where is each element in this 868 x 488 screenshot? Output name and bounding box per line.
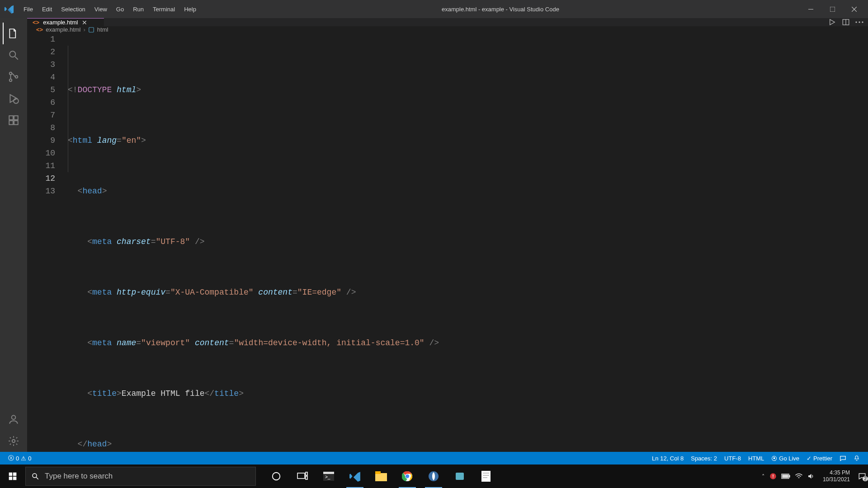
menu-terminal[interactable]: Terminal: [148, 3, 179, 15]
svg-rect-36: [481, 471, 491, 482]
run-debug-icon[interactable]: [3, 88, 24, 109]
svg-rect-26: [306, 476, 307, 479]
vscode-app-icon[interactable]: [342, 465, 368, 488]
svg-rect-38: [483, 475, 489, 476]
titlebar: File Edit Selection View Go Run Terminal…: [0, 0, 868, 18]
close-button[interactable]: [844, 2, 864, 16]
explorer-icon[interactable]: [3, 23, 24, 44]
svg-rect-0: [808, 9, 813, 9]
svg-rect-30: [375, 473, 387, 481]
error-icon: ⓧ: [8, 454, 14, 462]
maximize-button[interactable]: [822, 2, 843, 16]
line-number-gutter: 1234 5678 910111213: [27, 33, 68, 488]
svg-point-16: [862, 21, 863, 23]
code-content[interactable]: <!DOCTYPE html> <html lang="en"> <head> …: [68, 33, 868, 488]
breadcrumb-file[interactable]: example.html: [46, 26, 80, 33]
menu-run[interactable]: Run: [128, 3, 148, 15]
menu-file[interactable]: File: [19, 3, 38, 15]
menu-selection[interactable]: Selection: [57, 3, 90, 15]
search-icon[interactable]: [3, 44, 24, 66]
svg-rect-1: [830, 7, 835, 12]
svg-rect-37: [483, 473, 489, 474]
svg-rect-17: [89, 27, 94, 32]
vscode-logo-icon: [4, 4, 14, 14]
tab-label: example.html: [43, 19, 78, 26]
task-view-icon[interactable]: [289, 465, 316, 488]
error-count: 0: [16, 455, 19, 462]
svg-point-3: [9, 72, 12, 75]
svg-point-23: [273, 473, 280, 480]
warning-icon: ⚠: [21, 455, 26, 462]
split-editor-icon[interactable]: [842, 18, 850, 26]
svg-point-12: [12, 440, 15, 443]
svg-point-14: [855, 21, 857, 23]
cortana-icon[interactable]: [263, 465, 289, 488]
svg-rect-39: [483, 477, 487, 478]
app-icon-1[interactable]: [420, 465, 447, 488]
svg-rect-31: [375, 471, 381, 474]
svg-rect-18: [9, 473, 13, 476]
breadcrumb[interactable]: <> example.html › html: [27, 26, 868, 33]
svg-rect-21: [13, 477, 17, 480]
tab-close-icon[interactable]: ✕: [82, 19, 87, 26]
svg-rect-9: [14, 121, 18, 125]
svg-rect-20: [9, 477, 13, 480]
chrome-app-icon[interactable]: [394, 465, 420, 488]
account-icon[interactable]: [3, 408, 24, 430]
svg-rect-25: [306, 472, 307, 475]
menu-edit[interactable]: Edit: [38, 3, 57, 15]
extensions-icon[interactable]: [3, 109, 24, 131]
editor-actions: [828, 18, 868, 26]
menu-go[interactable]: Go: [112, 3, 128, 15]
tab-bar: <> example.html ✕: [27, 18, 868, 26]
app-icon-2[interactable]: [447, 465, 473, 488]
terminal-app-icon[interactable]: >_: [316, 465, 342, 488]
window-controls: [800, 2, 864, 16]
editor-group: <> example.html ✕ <> example.html › html…: [27, 18, 868, 452]
svg-rect-35: [456, 473, 464, 480]
svg-text:>_: >_: [325, 474, 330, 479]
svg-point-15: [859, 21, 860, 23]
source-control-icon[interactable]: [3, 66, 24, 88]
settings-gear-icon[interactable]: [3, 430, 24, 452]
app-icon-3[interactable]: [473, 465, 499, 488]
tab-example-html[interactable]: <> example.html ✕: [27, 18, 104, 26]
menu-view[interactable]: View: [90, 3, 112, 15]
run-file-icon[interactable]: [828, 18, 836, 26]
svg-rect-24: [297, 473, 305, 479]
svg-rect-7: [9, 116, 13, 120]
chevron-right-icon: ›: [84, 26, 85, 33]
svg-rect-8: [9, 121, 13, 125]
html-file-icon: <>: [33, 19, 39, 26]
breadcrumb-symbol[interactable]: html: [97, 26, 108, 33]
svg-rect-19: [13, 473, 17, 476]
svg-point-4: [9, 79, 12, 81]
window-title: example.html - example - Visual Studio C…: [201, 6, 800, 13]
svg-point-2: [9, 51, 15, 57]
svg-point-5: [15, 75, 18, 78]
html-file-icon: <>: [36, 26, 43, 33]
svg-point-33: [406, 474, 409, 478]
svg-point-11: [12, 415, 16, 419]
code-editor[interactable]: 1234 5678 910111213 <!DOCTYPE html> <htm…: [27, 33, 868, 488]
svg-rect-28: [323, 472, 334, 474]
action-center-icon[interactable]: 2: [858, 472, 866, 480]
more-actions-icon[interactable]: [855, 21, 863, 23]
start-button[interactable]: [0, 465, 25, 488]
menubar: File Edit Selection View Go Run Terminal…: [19, 3, 201, 15]
activity-bar: [0, 18, 27, 452]
workbench: <> example.html ✕ <> example.html › html…: [0, 18, 868, 452]
menu-help[interactable]: Help: [179, 3, 201, 15]
minimize-button[interactable]: [800, 2, 821, 16]
svg-rect-10: [14, 116, 18, 120]
notification-badge: 2: [863, 476, 868, 481]
file-explorer-app-icon[interactable]: [368, 465, 394, 488]
symbol-icon: [88, 27, 94, 33]
